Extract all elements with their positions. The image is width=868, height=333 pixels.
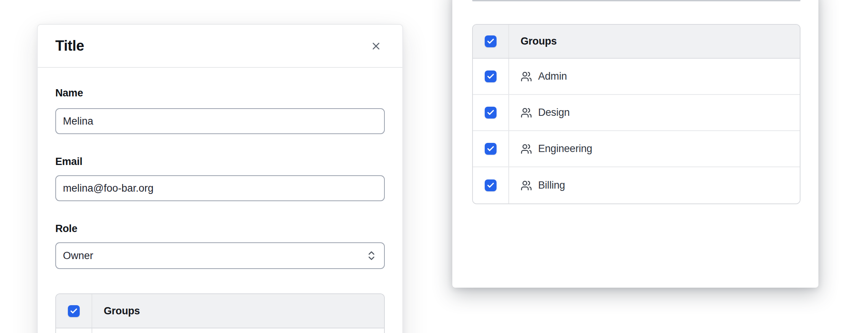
row-checkbox[interactable]	[485, 143, 497, 155]
table-row-design: Design	[473, 95, 800, 131]
name-input[interactable]	[55, 108, 385, 134]
email-input[interactable]	[55, 175, 385, 201]
scrolled-element-edge	[472, 0, 800, 1]
role-select-value: Owner	[63, 250, 93, 262]
users-icon	[521, 180, 532, 191]
table-row-billing: Billing	[473, 167, 800, 203]
select-all-checkbox[interactable]	[485, 35, 497, 47]
name-label: Name	[55, 87, 385, 99]
screen: Title Name Email Role Owner	[0, 0, 868, 333]
modal-header: Title	[38, 25, 402, 68]
check-icon	[487, 181, 495, 189]
groups-table-header: Groups	[473, 25, 800, 59]
users-icon	[521, 107, 532, 118]
header-checkbox-cell	[56, 294, 92, 328]
groups-table-header: Groups	[56, 294, 384, 328]
row-checkbox-cell	[473, 131, 509, 166]
check-icon	[70, 307, 78, 315]
group-name: Billing	[538, 179, 565, 191]
row-checkbox-cell	[473, 167, 509, 203]
user-edit-modal: Title Name Email Role Owner	[37, 24, 403, 333]
row-label-cell: Design	[509, 95, 800, 130]
group-name: Admin	[538, 70, 567, 82]
table-row-engineering: Engineering	[473, 131, 800, 167]
modal-body: Name Email Role Owner Groups	[38, 87, 402, 333]
groups-header-label: Groups	[509, 25, 800, 58]
row-checkbox[interactable]	[485, 70, 497, 82]
groups-detail-panel: Groups Admin	[452, 0, 818, 288]
role-label: Role	[55, 223, 385, 235]
x-icon	[370, 40, 382, 52]
email-label: Email	[55, 155, 385, 168]
group-name: Engineering	[538, 143, 592, 155]
group-name: Design	[538, 107, 570, 118]
check-icon	[487, 37, 495, 45]
close-button[interactable]	[370, 40, 383, 53]
select-all-checkbox[interactable]	[68, 305, 80, 317]
header-checkbox-cell	[473, 25, 509, 58]
table-row-admin: Admin	[473, 59, 800, 95]
check-icon	[487, 145, 495, 153]
table-row	[56, 328, 384, 333]
groups-table: Groups Admin	[472, 24, 800, 204]
row-checkbox-cell	[473, 95, 509, 130]
role-select[interactable]: Owner	[55, 242, 385, 269]
row-label-cell	[92, 328, 384, 333]
groups-table: Groups	[55, 293, 385, 333]
row-label-cell: Billing	[509, 167, 800, 203]
chevrons-up-down-icon	[366, 250, 377, 261]
users-icon	[521, 143, 532, 155]
row-checkbox[interactable]	[485, 107, 497, 118]
row-checkbox-cell	[473, 59, 509, 94]
row-checkbox-cell	[56, 328, 92, 333]
row-label-cell: Admin	[509, 59, 800, 94]
modal-title: Title	[55, 38, 84, 54]
groups-header-label: Groups	[92, 294, 384, 328]
check-icon	[487, 72, 495, 80]
check-icon	[487, 109, 495, 117]
row-checkbox[interactable]	[485, 179, 497, 191]
users-icon	[521, 71, 532, 82]
row-label-cell: Engineering	[509, 131, 800, 166]
